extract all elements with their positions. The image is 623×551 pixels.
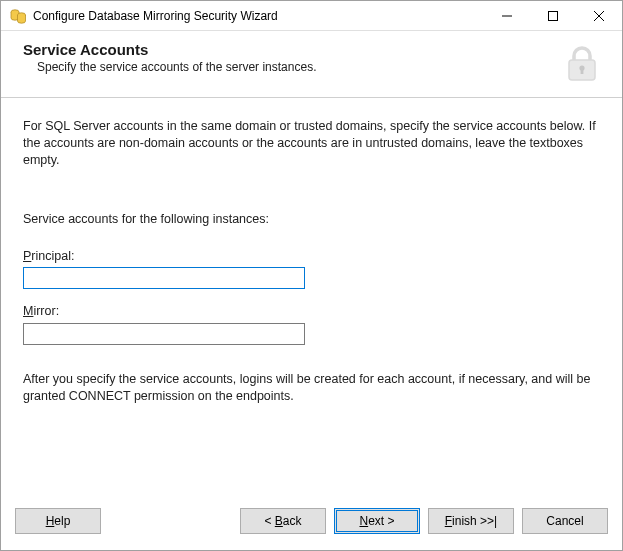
wizard-content: For SQL Server accounts in the same doma…	[1, 98, 622, 496]
minimize-button[interactable]	[484, 1, 530, 30]
intro-text: For SQL Server accounts in the same doma…	[23, 118, 600, 169]
principal-label: Principal:	[23, 248, 600, 265]
lock-icon	[560, 41, 604, 85]
wizard-window: Configure Database Mirroring Security Wi…	[0, 0, 623, 551]
window-controls	[484, 1, 622, 30]
after-text: After you specify the service accounts, …	[23, 371, 600, 405]
button-row: Help < Back Next > Finish >>| Cancel	[1, 496, 622, 550]
close-button[interactable]	[576, 1, 622, 30]
maximize-button[interactable]	[530, 1, 576, 30]
page-title: Service Accounts	[23, 41, 550, 58]
wizard-header: Service Accounts Specify the service acc…	[1, 31, 622, 98]
help-button[interactable]: Help	[15, 508, 101, 534]
next-button[interactable]: Next >	[334, 508, 420, 534]
mirror-label: Mirror:	[23, 303, 600, 320]
finish-button[interactable]: Finish >>|	[428, 508, 514, 534]
principal-field: Principal:	[23, 248, 600, 290]
instances-label: Service accounts for the following insta…	[23, 211, 600, 228]
principal-input[interactable]	[23, 267, 305, 289]
page-subtitle: Specify the service accounts of the serv…	[23, 60, 550, 74]
cancel-button[interactable]: Cancel	[522, 508, 608, 534]
svg-rect-8	[581, 68, 584, 74]
titlebar: Configure Database Mirroring Security Wi…	[1, 1, 622, 31]
mirror-input[interactable]	[23, 323, 305, 345]
back-button[interactable]: < Back	[240, 508, 326, 534]
window-title: Configure Database Mirroring Security Wi…	[33, 9, 484, 23]
svg-rect-3	[549, 11, 558, 20]
mirror-field: Mirror:	[23, 303, 600, 345]
app-icon	[9, 7, 27, 25]
